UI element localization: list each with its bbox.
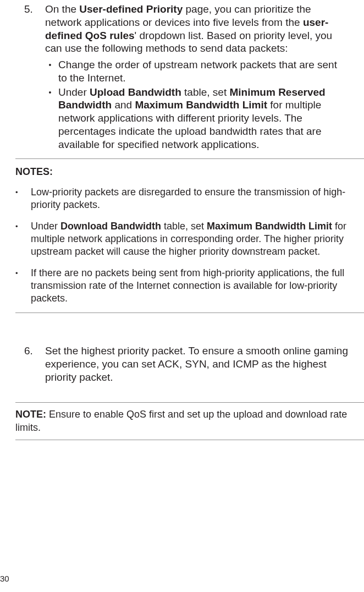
notes-list: • Low-priority packets are disregarded t… — [15, 186, 364, 305]
step-5-sub-2-b1: Upload Bandwidth — [90, 86, 181, 98]
step-5-bold-1: User-defined Priority — [79, 3, 183, 15]
step-5-sub-1-text: Change the order of upstream network pac… — [58, 58, 349, 85]
step-6: 6. Set the highest priority packet. To e… — [15, 344, 349, 383]
notes-block: NOTES: • Low-priority packets are disreg… — [15, 158, 364, 313]
step-5-number: 5. — [15, 3, 45, 152]
step-5-sub-2-pre: Under — [58, 86, 90, 98]
note-single-label: NOTE: — [15, 409, 46, 420]
bullet-icon: • — [15, 267, 31, 305]
step-5: 5. On the User-defined Priority page, yo… — [15, 3, 349, 152]
bullet-icon: • — [15, 220, 31, 258]
note-2-pre: Under — [31, 221, 60, 232]
step-6-text: Set the highest priority packet. To ensu… — [45, 344, 349, 383]
page-number: 30 — [0, 574, 9, 584]
note-single-text: Ensure to enable QoS first and set up th… — [15, 409, 347, 432]
note-2-b2: Maximum Bandwidth Limit — [207, 221, 332, 232]
step-5-sub-1: • Change the order of upstream network p… — [45, 58, 349, 85]
note-2-body: Under Download Bandwidth table, set Maxi… — [31, 220, 364, 258]
bullet-icon: • — [45, 86, 58, 151]
step-5-sub-2-mid1: table, set — [181, 86, 230, 98]
step-5-sub-2-body: Under Upload Bandwidth table, set Minimu… — [58, 86, 349, 151]
step-5-sub-2: • Under Upload Bandwidth table, set Mini… — [45, 86, 349, 151]
note-3-text: If there are no packets being sent from … — [31, 267, 364, 305]
step-5-sub-2-mid2: and — [112, 99, 135, 111]
bullet-icon: • — [15, 186, 31, 211]
note-item-1: • Low-priority packets are disregarded t… — [15, 186, 364, 211]
note-item-3: • If there are no packets being sent fro… — [15, 267, 364, 305]
note-1-text: Low-priority packets are disregarded to … — [31, 186, 364, 211]
step-5-text-1: On the — [45, 3, 79, 15]
step-5-sublist: • Change the order of upstream network p… — [45, 58, 349, 151]
note-2-mid: table, set — [161, 221, 207, 232]
note-2-b1: Download Bandwidth — [60, 221, 161, 232]
notes-heading: NOTES: — [15, 166, 364, 178]
bullet-icon: • — [45, 58, 58, 85]
step-6-number: 6. — [15, 344, 45, 383]
note-single-block: NOTE: Ensure to enable QoS first and set… — [15, 402, 364, 440]
step-5-body: On the User-defined Priority page, you c… — [45, 3, 349, 152]
step-5-sub-2-b3: Maximum Bandwidth Limit — [135, 99, 267, 111]
note-item-2: • Under Download Bandwidth table, set Ma… — [15, 220, 364, 258]
